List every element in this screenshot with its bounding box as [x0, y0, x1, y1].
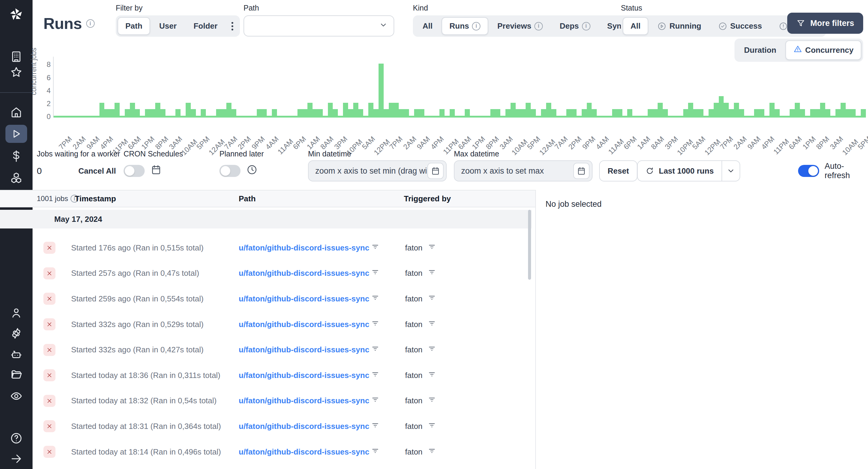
planned-later-control: [219, 160, 257, 182]
run-path-link[interactable]: u/faton/github-discord-issues-sync: [239, 269, 369, 278]
concurrency-bar: [739, 109, 744, 118]
failure-x-icon[interactable]: [43, 293, 56, 305]
filter-by-path-icon[interactable]: [371, 446, 379, 458]
filter-by-user-icon[interactable]: [428, 293, 436, 305]
max-datetime-field[interactable]: zoom x axis to set max: [454, 160, 592, 182]
kind-previews[interactable]: Previewsi: [490, 17, 551, 35]
concurrency-bar: [104, 109, 110, 118]
run-path-link[interactable]: u/faton/github-discord-issues-sync: [239, 371, 369, 380]
xtick-label: 6AM: [787, 135, 804, 151]
failure-x-icon[interactable]: [43, 395, 56, 407]
windmill-logo[interactable]: [8, 7, 24, 22]
run-path-link[interactable]: u/faton/github-discord-issues-sync: [239, 320, 369, 329]
run-path-link[interactable]: u/faton/github-discord-issues-sync: [239, 396, 369, 405]
variables-dollar-icon[interactable]: [10, 150, 23, 163]
run-timestamp: Started 176s ago (Ran in 0,515s total): [71, 243, 204, 253]
more-filters-button[interactable]: More filters: [787, 13, 863, 34]
concurrency-bar: [257, 109, 262, 118]
failure-x-icon[interactable]: [43, 242, 56, 254]
cron-toggle[interactable]: [124, 165, 145, 177]
auto-refresh-toggle[interactable]: [798, 165, 819, 177]
table-row[interactable]: Started today at 18:14 (Ran in 0,496s to…: [0, 439, 532, 465]
filter-by-user[interactable]: User: [151, 17, 184, 35]
concurrency-bar: [516, 109, 521, 118]
filter-by-path[interactable]: Path: [118, 17, 150, 35]
max-datetime-calendar-button[interactable]: [573, 163, 590, 179]
home-icon[interactable]: [10, 105, 23, 119]
run-path-link[interactable]: u/faton/github-discord-issues-sync: [239, 447, 369, 457]
failure-x-icon[interactable]: [43, 369, 56, 381]
failure-x-icon[interactable]: [43, 318, 56, 330]
run-path-link[interactable]: u/faton/github-discord-issues-sync: [239, 243, 369, 253]
max-datetime-input[interactable]: zoom x axis to set max: [454, 160, 592, 182]
filter-by-user-icon[interactable]: [428, 421, 436, 432]
xtick-label: 9PM: [581, 135, 597, 151]
filter-by-more-menu-icon[interactable]: [227, 19, 238, 34]
concurrency-bar: [521, 109, 526, 118]
run-path-link[interactable]: u/faton/github-discord-issues-sync: [239, 422, 369, 431]
run-path-link[interactable]: u/faton/github-discord-issues-sync: [239, 294, 369, 304]
concurrency-bar: [333, 109, 338, 118]
concurrency-bar: [795, 103, 800, 118]
table-row[interactable]: Started 259s ago (Ran in 0,554s total) u…: [0, 286, 532, 312]
kind-runs[interactable]: Runsi: [441, 17, 488, 35]
filter-by-path-icon[interactable]: [371, 293, 379, 305]
min-datetime-field[interactable]: zoom x axis to set min (drag wi: [308, 160, 447, 182]
kind-deps[interactable]: Depsi: [552, 17, 598, 35]
status-success[interactable]: Success: [710, 17, 770, 35]
min-datetime-input[interactable]: zoom x axis to set min (drag wi: [308, 160, 447, 182]
filter-by-user-icon[interactable]: [428, 268, 436, 279]
filter-by-path-icon[interactable]: [371, 268, 379, 279]
planned-later-toggle[interactable]: [219, 165, 241, 177]
concurrency-chart[interactable]: concurrent jobs 8 6 4 2 0 7PM2AM9AM4PM11…: [36, 54, 866, 150]
ytick: 2: [42, 99, 51, 108]
filter-by-path-icon[interactable]: [371, 319, 379, 330]
table-row[interactable]: Started 257s ago (Ran in 0,47s total) u/…: [0, 261, 532, 286]
failure-x-icon[interactable]: [43, 344, 56, 356]
last-runs-refresh-button[interactable]: Last 1000 runs: [638, 161, 721, 181]
status-all[interactable]: All: [623, 17, 648, 35]
table-row[interactable]: Started 176s ago (Ran in 0,515s total) u…: [0, 235, 532, 261]
table-row[interactable]: Started today at 18:31 (Ran in 0,364s to…: [0, 413, 532, 439]
filter-by-folder[interactable]: Folder: [186, 17, 225, 35]
failure-x-icon[interactable]: [43, 268, 56, 279]
run-path-link[interactable]: u/faton/github-discord-issues-sync: [239, 345, 369, 354]
failure-x-icon[interactable]: [43, 446, 56, 458]
last-runs-dropdown-button[interactable]: [721, 161, 740, 181]
sidebar-item-runs[interactable]: [5, 125, 27, 143]
favorites-star-icon[interactable]: [10, 66, 23, 79]
cancel-all-button[interactable]: Cancel All: [79, 160, 116, 182]
concurrency-bar: [592, 109, 597, 118]
concurrency-bar: [561, 116, 566, 118]
filter-by-user-icon[interactable]: [428, 370, 436, 381]
status-running[interactable]: Running: [650, 17, 709, 35]
path-select[interactable]: [244, 15, 394, 36]
filter-by-path-icon[interactable]: [371, 242, 379, 253]
concurrency-bar: [714, 103, 719, 118]
kind-all[interactable]: All: [415, 17, 440, 35]
filter-by-user-icon[interactable]: [428, 242, 436, 253]
filter-by-user-icon[interactable]: [428, 319, 436, 330]
filter-by-path-icon[interactable]: [371, 370, 379, 381]
table-row[interactable]: Started today at 18:32 (Ran in 0,54s tot…: [0, 388, 532, 414]
jobs-waiting-value: 0: [37, 160, 42, 182]
filter-by-path-icon[interactable]: [371, 421, 379, 432]
filter-by-path-icon[interactable]: [371, 344, 379, 355]
runs-info-icon[interactable]: i: [86, 19, 95, 28]
table-row[interactable]: Started today at 18:36 (Ran in 0,311s to…: [0, 363, 532, 388]
filter-by-user-icon[interactable]: [428, 395, 436, 406]
table-scrollbar[interactable]: [528, 210, 531, 280]
filter-by-user-icon[interactable]: [428, 446, 436, 458]
min-datetime-calendar-button[interactable]: [427, 163, 444, 179]
workspace-icon[interactable]: [10, 50, 23, 63]
resources-boxes-icon[interactable]: [10, 171, 23, 184]
filter-by-path-icon[interactable]: [371, 395, 379, 406]
concurrency-bar: [673, 116, 678, 118]
filter-by-user-icon[interactable]: [428, 344, 436, 355]
table-row[interactable]: Started 332s ago (Ran in 0,427s total) u…: [0, 337, 532, 363]
concurrency-plot[interactable]: [53, 57, 866, 118]
reset-button[interactable]: Reset: [599, 160, 638, 182]
failure-x-icon[interactable]: [43, 420, 56, 432]
play-circle-icon: [657, 22, 666, 31]
table-row[interactable]: Started 332s ago (Ran in 0,529s total) u…: [0, 312, 532, 337]
